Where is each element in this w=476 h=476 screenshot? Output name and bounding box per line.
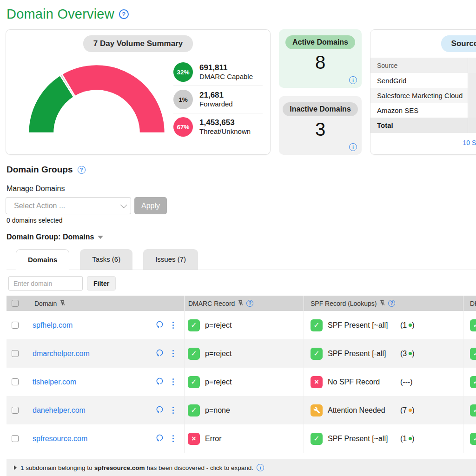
caret-down-icon (98, 236, 103, 239)
check-icon-dkim: ✓ (470, 348, 476, 360)
help-icon[interactable]: ? (119, 9, 129, 19)
select-all-cell (7, 296, 26, 311)
domain-link[interactable]: tlshelper.com (33, 378, 76, 386)
volume-legend: 32%691,811DMARC Capable1%21,681Forwarded… (173, 59, 263, 140)
tab-domains[interactable]: Domains (16, 249, 69, 270)
pin-icon[interactable] (238, 300, 244, 307)
legend-percent-badge: 32% (173, 62, 193, 82)
source-total-row: Total (370, 118, 476, 133)
kebab-menu-icon[interactable] (172, 377, 175, 386)
dmarc-status-text: p=reject (205, 378, 231, 386)
refresh-icon[interactable] (156, 377, 164, 387)
domain-stats-column: Active Domains 8 i Inactive Domains 3 i (279, 29, 362, 155)
gauge-segment (62, 65, 165, 133)
inactive-domains-count: 3 (279, 119, 362, 140)
info-icon[interactable]: i (257, 464, 264, 471)
domain-group-label: Domain Group: Domains (7, 233, 94, 241)
action-select[interactable]: Select Action ... (6, 197, 131, 214)
refresh-icon[interactable] (156, 320, 164, 330)
spf-status-text: SPF Present [-all] (328, 350, 386, 358)
expand-caret-icon (14, 465, 17, 470)
spf-lookups: (---) (400, 378, 413, 386)
info-icon[interactable]: i (349, 76, 357, 84)
select-all-checkbox[interactable] (12, 300, 19, 307)
row-checkbox[interactable] (12, 350, 19, 357)
dmarc-cell: ✓p=reject (185, 311, 304, 339)
domain-link[interactable]: danehelper.com (33, 406, 86, 415)
spf-status-text: Attention Needed (328, 406, 385, 415)
dmarc-cell: ✓p=reject (185, 339, 304, 368)
domains-selected-note: 0 domains selected (7, 217, 476, 224)
dmarc-cell: ✓p=none (185, 396, 304, 424)
check-icon-dmarc: ✓ (188, 404, 200, 416)
legend-percent-badge: 1% (173, 90, 193, 109)
action-select-value: Select Action ... (14, 202, 65, 210)
source-counts-card: Source Counts Source SendGridSalesforce … (370, 29, 476, 155)
subdomain-note-suffix: has been discovered - click to expand. (146, 464, 253, 471)
kebab-menu-icon[interactable] (172, 434, 175, 443)
legend-item: 67%1,453,653Threat/Unknown (173, 113, 263, 140)
dmarc-status-text: p=reject (205, 321, 231, 330)
dmarc-cell: ×Error (185, 424, 304, 453)
row-checkbox[interactable] (12, 322, 19, 329)
domain-filter-input[interactable] (8, 276, 83, 291)
row-checkbox[interactable] (12, 407, 19, 414)
tab-tasks[interactable]: Tasks (6) (80, 249, 132, 270)
check-icon-spf: ✓ (311, 433, 323, 445)
dkim-column-header: DKIM Record (463, 296, 476, 311)
refresh-icon[interactable] (156, 349, 164, 358)
dmarc-cell: ✓p=reject (185, 368, 304, 396)
sources-link[interactable]: 10 Sources (370, 139, 476, 146)
source-name: Salesforce Marketing Cloud (370, 88, 468, 103)
page-title: Domain Overview (7, 7, 114, 22)
subdomain-note-domain: spfresource.com (94, 464, 145, 471)
domain-link[interactable]: spfhelp.com (33, 321, 73, 330)
check-icon-dkim: ✓ (470, 433, 476, 445)
refresh-icon[interactable] (156, 405, 164, 415)
row-checkbox[interactable] (12, 435, 19, 442)
table-row: spfhelp.com✓p=reject✓SPF Present [~all](… (7, 311, 476, 339)
domain-link[interactable]: dmarchelper.com (33, 350, 90, 358)
check-icon-dmarc: ✓ (188, 348, 200, 360)
row-checkbox[interactable] (12, 378, 19, 385)
help-icon[interactable]: ? (78, 166, 86, 174)
domains-table: Domain DMARC Record ? SPF Record (Lookup… (7, 296, 476, 453)
kebab-menu-icon[interactable] (172, 406, 175, 415)
domain-groups-header: Domain Groups ? (7, 165, 476, 175)
spf-lookups: (1) (400, 435, 415, 443)
subdomain-note[interactable]: 1 subdomain belonging to spfresource.com… (7, 459, 476, 476)
source-row: SendGrid (370, 73, 476, 88)
subdomain-note-prefix: 1 subdomain belonging to (20, 464, 93, 471)
spf-lookups: (1) (400, 321, 415, 330)
kebab-menu-icon[interactable] (172, 321, 175, 330)
info-icon[interactable]: i (349, 143, 357, 151)
spf-column-header: SPF Record (Lookups) ? (304, 296, 463, 311)
table-row: danehelper.com✓p=noneAttention Needed(7)… (7, 396, 476, 424)
legend-percent-badge: 67% (173, 117, 193, 137)
table-row: dmarchelper.com✓p=reject✓SPF Present [-a… (7, 339, 476, 368)
domain-link[interactable]: spfresource.com (33, 435, 87, 443)
domain-groups-heading: Domain Groups (7, 165, 73, 175)
filter-button[interactable]: Filter (87, 276, 116, 291)
volume-body: 32%691,811DMARC Capable1%21,681Forwarded… (6, 52, 270, 140)
apply-button[interactable]: Apply (134, 197, 167, 214)
kebab-menu-icon[interactable] (172, 349, 175, 358)
legend-value: 691,811 (199, 63, 253, 73)
tab-issues[interactable]: Issues (7) (143, 249, 198, 270)
domain-column-header: Domain (26, 296, 185, 311)
pin-icon[interactable] (379, 300, 385, 307)
filter-row: Filter (7, 270, 476, 296)
dmarc-column-header: DMARC Record ? (185, 296, 304, 311)
manage-action-row: Select Action ... Apply (6, 197, 476, 214)
help-icon[interactable]: ? (388, 300, 395, 307)
source-row: Salesforce Marketing Cloud (370, 88, 476, 103)
domains-tab-panel: Filter Domain DMARC Record ? SPF Record … (7, 270, 476, 476)
refresh-icon[interactable] (156, 434, 164, 443)
help-icon[interactable]: ? (246, 300, 253, 307)
source-total-label: Total (370, 118, 468, 133)
domain-group-selector[interactable]: Domain Group: Domains (7, 233, 476, 241)
domains-table-body: spfhelp.com✓p=reject✓SPF Present [~all](… (7, 311, 476, 453)
domain-overview-page: Domain Overview ? 7 Day Volume Summary 3… (0, 0, 476, 476)
dmarc-status-text: Error (205, 435, 222, 443)
pin-icon[interactable] (60, 300, 66, 307)
